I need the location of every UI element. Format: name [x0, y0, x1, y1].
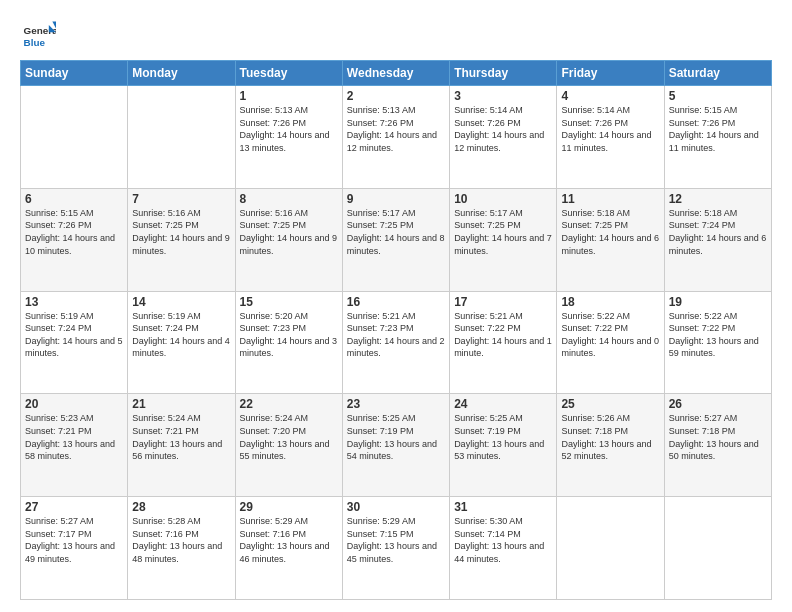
col-header-wednesday: Wednesday	[342, 61, 449, 86]
day-number: 16	[347, 295, 445, 309]
svg-text:Blue: Blue	[24, 37, 46, 48]
calendar-cell: 13Sunrise: 5:19 AM Sunset: 7:24 PM Dayli…	[21, 291, 128, 394]
day-info: Sunrise: 5:27 AM Sunset: 7:17 PM Dayligh…	[25, 515, 123, 565]
calendar-cell: 22Sunrise: 5:24 AM Sunset: 7:20 PM Dayli…	[235, 394, 342, 497]
day-info: Sunrise: 5:14 AM Sunset: 7:26 PM Dayligh…	[561, 104, 659, 154]
calendar-cell: 2Sunrise: 5:13 AM Sunset: 7:26 PM Daylig…	[342, 86, 449, 189]
calendar-cell: 16Sunrise: 5:21 AM Sunset: 7:23 PM Dayli…	[342, 291, 449, 394]
day-info: Sunrise: 5:21 AM Sunset: 7:22 PM Dayligh…	[454, 310, 552, 360]
calendar-cell: 11Sunrise: 5:18 AM Sunset: 7:25 PM Dayli…	[557, 188, 664, 291]
calendar-cell: 4Sunrise: 5:14 AM Sunset: 7:26 PM Daylig…	[557, 86, 664, 189]
day-number: 15	[240, 295, 338, 309]
day-number: 18	[561, 295, 659, 309]
col-header-tuesday: Tuesday	[235, 61, 342, 86]
day-number: 12	[669, 192, 767, 206]
day-number: 9	[347, 192, 445, 206]
calendar-cell: 14Sunrise: 5:19 AM Sunset: 7:24 PM Dayli…	[128, 291, 235, 394]
day-number: 2	[347, 89, 445, 103]
day-number: 11	[561, 192, 659, 206]
page: General Blue SundayMondayTuesdayWednesda…	[0, 0, 792, 612]
day-number: 4	[561, 89, 659, 103]
day-info: Sunrise: 5:14 AM Sunset: 7:26 PM Dayligh…	[454, 104, 552, 154]
day-info: Sunrise: 5:15 AM Sunset: 7:26 PM Dayligh…	[669, 104, 767, 154]
calendar-cell	[21, 86, 128, 189]
day-info: Sunrise: 5:15 AM Sunset: 7:26 PM Dayligh…	[25, 207, 123, 257]
day-info: Sunrise: 5:13 AM Sunset: 7:26 PM Dayligh…	[347, 104, 445, 154]
day-info: Sunrise: 5:28 AM Sunset: 7:16 PM Dayligh…	[132, 515, 230, 565]
calendar-week-2: 6Sunrise: 5:15 AM Sunset: 7:26 PM Daylig…	[21, 188, 772, 291]
calendar-cell: 19Sunrise: 5:22 AM Sunset: 7:22 PM Dayli…	[664, 291, 771, 394]
col-header-friday: Friday	[557, 61, 664, 86]
calendar-header-row: SundayMondayTuesdayWednesdayThursdayFrid…	[21, 61, 772, 86]
day-number: 5	[669, 89, 767, 103]
calendar-week-4: 20Sunrise: 5:23 AM Sunset: 7:21 PM Dayli…	[21, 394, 772, 497]
day-info: Sunrise: 5:25 AM Sunset: 7:19 PM Dayligh…	[347, 412, 445, 462]
calendar-cell: 8Sunrise: 5:16 AM Sunset: 7:25 PM Daylig…	[235, 188, 342, 291]
calendar-cell	[128, 86, 235, 189]
day-number: 28	[132, 500, 230, 514]
day-number: 25	[561, 397, 659, 411]
day-number: 19	[669, 295, 767, 309]
day-number: 29	[240, 500, 338, 514]
calendar-cell	[557, 497, 664, 600]
calendar-cell: 17Sunrise: 5:21 AM Sunset: 7:22 PM Dayli…	[450, 291, 557, 394]
day-info: Sunrise: 5:24 AM Sunset: 7:21 PM Dayligh…	[132, 412, 230, 462]
day-info: Sunrise: 5:29 AM Sunset: 7:15 PM Dayligh…	[347, 515, 445, 565]
calendar-cell: 3Sunrise: 5:14 AM Sunset: 7:26 PM Daylig…	[450, 86, 557, 189]
day-number: 14	[132, 295, 230, 309]
day-info: Sunrise: 5:22 AM Sunset: 7:22 PM Dayligh…	[561, 310, 659, 360]
day-info: Sunrise: 5:26 AM Sunset: 7:18 PM Dayligh…	[561, 412, 659, 462]
col-header-monday: Monday	[128, 61, 235, 86]
day-info: Sunrise: 5:19 AM Sunset: 7:24 PM Dayligh…	[132, 310, 230, 360]
calendar-cell: 9Sunrise: 5:17 AM Sunset: 7:25 PM Daylig…	[342, 188, 449, 291]
calendar-cell: 28Sunrise: 5:28 AM Sunset: 7:16 PM Dayli…	[128, 497, 235, 600]
calendar-cell: 26Sunrise: 5:27 AM Sunset: 7:18 PM Dayli…	[664, 394, 771, 497]
day-number: 31	[454, 500, 552, 514]
calendar-cell: 25Sunrise: 5:26 AM Sunset: 7:18 PM Dayli…	[557, 394, 664, 497]
calendar-cell: 15Sunrise: 5:20 AM Sunset: 7:23 PM Dayli…	[235, 291, 342, 394]
day-info: Sunrise: 5:18 AM Sunset: 7:25 PM Dayligh…	[561, 207, 659, 257]
day-info: Sunrise: 5:30 AM Sunset: 7:14 PM Dayligh…	[454, 515, 552, 565]
calendar-cell: 1Sunrise: 5:13 AM Sunset: 7:26 PM Daylig…	[235, 86, 342, 189]
day-info: Sunrise: 5:24 AM Sunset: 7:20 PM Dayligh…	[240, 412, 338, 462]
day-info: Sunrise: 5:19 AM Sunset: 7:24 PM Dayligh…	[25, 310, 123, 360]
day-number: 8	[240, 192, 338, 206]
day-number: 30	[347, 500, 445, 514]
calendar-cell: 20Sunrise: 5:23 AM Sunset: 7:21 PM Dayli…	[21, 394, 128, 497]
day-number: 3	[454, 89, 552, 103]
col-header-saturday: Saturday	[664, 61, 771, 86]
day-number: 23	[347, 397, 445, 411]
calendar-cell: 23Sunrise: 5:25 AM Sunset: 7:19 PM Dayli…	[342, 394, 449, 497]
day-number: 13	[25, 295, 123, 309]
day-number: 21	[132, 397, 230, 411]
day-info: Sunrise: 5:21 AM Sunset: 7:23 PM Dayligh…	[347, 310, 445, 360]
day-info: Sunrise: 5:13 AM Sunset: 7:26 PM Dayligh…	[240, 104, 338, 154]
calendar-table: SundayMondayTuesdayWednesdayThursdayFrid…	[20, 60, 772, 600]
header: General Blue	[20, 16, 772, 52]
calendar-cell: 6Sunrise: 5:15 AM Sunset: 7:26 PM Daylig…	[21, 188, 128, 291]
logo-icon: General Blue	[20, 16, 56, 52]
day-info: Sunrise: 5:25 AM Sunset: 7:19 PM Dayligh…	[454, 412, 552, 462]
calendar-week-3: 13Sunrise: 5:19 AM Sunset: 7:24 PM Dayli…	[21, 291, 772, 394]
logo: General Blue	[20, 16, 58, 52]
calendar-cell: 31Sunrise: 5:30 AM Sunset: 7:14 PM Dayli…	[450, 497, 557, 600]
day-info: Sunrise: 5:17 AM Sunset: 7:25 PM Dayligh…	[347, 207, 445, 257]
day-info: Sunrise: 5:27 AM Sunset: 7:18 PM Dayligh…	[669, 412, 767, 462]
day-info: Sunrise: 5:23 AM Sunset: 7:21 PM Dayligh…	[25, 412, 123, 462]
day-number: 26	[669, 397, 767, 411]
calendar-cell: 30Sunrise: 5:29 AM Sunset: 7:15 PM Dayli…	[342, 497, 449, 600]
col-header-thursday: Thursday	[450, 61, 557, 86]
day-number: 24	[454, 397, 552, 411]
calendar-week-1: 1Sunrise: 5:13 AM Sunset: 7:26 PM Daylig…	[21, 86, 772, 189]
day-number: 1	[240, 89, 338, 103]
day-number: 10	[454, 192, 552, 206]
day-number: 17	[454, 295, 552, 309]
calendar-cell	[664, 497, 771, 600]
day-info: Sunrise: 5:29 AM Sunset: 7:16 PM Dayligh…	[240, 515, 338, 565]
day-info: Sunrise: 5:22 AM Sunset: 7:22 PM Dayligh…	[669, 310, 767, 360]
calendar-cell: 10Sunrise: 5:17 AM Sunset: 7:25 PM Dayli…	[450, 188, 557, 291]
day-number: 6	[25, 192, 123, 206]
day-info: Sunrise: 5:18 AM Sunset: 7:24 PM Dayligh…	[669, 207, 767, 257]
day-number: 27	[25, 500, 123, 514]
day-info: Sunrise: 5:16 AM Sunset: 7:25 PM Dayligh…	[240, 207, 338, 257]
